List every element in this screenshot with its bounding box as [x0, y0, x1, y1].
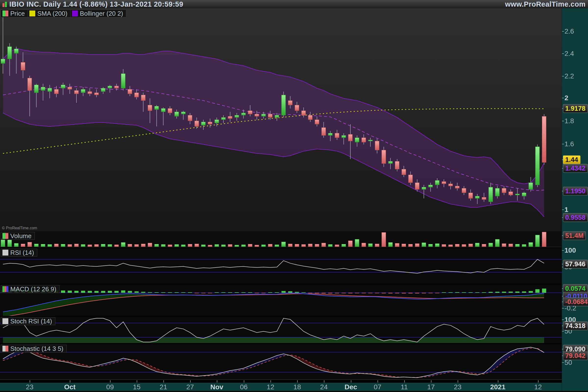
y-axis-tick: 2 — [564, 94, 568, 102]
price-axis-sidebar[interactable]: 2.62.42.221.81.6110050-0.210050501.91781… — [562, 0, 588, 392]
macd-histogram-bar — [455, 292, 460, 293]
y-axis-value-box: 74.318 — [563, 322, 588, 330]
title-bar: IBIO INC. Daily 1.44 (-8.86%) 13-Jan-202… — [0, 0, 588, 8]
stochastic-fill — [264, 358, 270, 363]
macd-histogram-bar — [515, 292, 520, 293]
macd-histogram-bar — [522, 292, 526, 293]
macd-histogram-bar — [262, 293, 266, 293]
macd-histogram-bar — [382, 293, 386, 293]
macd-histogram-bar — [342, 293, 346, 293]
macd-histogram-bar — [161, 292, 166, 293]
legend-item-sma-200-[interactable]: SMA (200) — [28, 10, 70, 18]
candle-down — [208, 122, 212, 124]
legend-item-bollinger-20-2-[interactable]: Bollinger (20 2) — [70, 10, 126, 18]
candle-down — [315, 120, 319, 124]
volume-bar — [134, 244, 139, 247]
macd-histogram-bar — [355, 293, 359, 293]
macd-histogram-bar — [148, 292, 152, 293]
volume-bar — [188, 244, 192, 247]
volume-bar — [275, 245, 279, 247]
candle-down — [74, 90, 78, 94]
stochastic-legend: Stochastic (14 3 5) — [1, 345, 66, 352]
volume-bar — [468, 244, 472, 247]
candle-up — [81, 90, 85, 93]
candle-down — [348, 134, 352, 141]
candle-down — [402, 169, 406, 175]
candle-down — [168, 108, 172, 113]
rsi-panel[interactable] — [0, 248, 562, 284]
macd-histogram-bar — [141, 292, 145, 293]
time-tick-mark — [164, 380, 164, 382]
copyright-watermark: © ProRealTime.com — [2, 226, 37, 230]
macd-histogram-bar — [395, 293, 399, 293]
macd-fill — [538, 294, 544, 298]
candle-up — [355, 138, 359, 142]
volume-bar — [74, 244, 78, 247]
volume-bar — [34, 244, 38, 247]
volume-bar — [335, 245, 339, 247]
axis-tick-mark — [562, 362, 564, 363]
volume-bar — [8, 240, 12, 247]
candle-down — [28, 78, 32, 90]
macd-histogram-bar — [181, 292, 186, 293]
time-axis-label: Dec — [344, 383, 357, 391]
volume-bar — [295, 244, 299, 247]
candle-up — [202, 122, 206, 126]
stoch-rsi-panel[interactable] — [0, 316, 562, 343]
volume-bar — [28, 242, 32, 247]
volume-legend: Volume — [1, 232, 34, 240]
volume-bar — [435, 244, 439, 247]
y-axis-value-box: 0.0574 — [563, 284, 588, 293]
rsi-legend: RSI (14) — [1, 249, 37, 256]
macd-histogram-bar — [282, 291, 286, 293]
legend-item-stoch-rsi-14-[interactable]: Stoch RSI (14) — [1, 317, 55, 325]
time-axis-label: Oct — [64, 383, 76, 391]
stochastic-fill — [143, 362, 150, 369]
axis-tick-mark — [562, 144, 564, 144]
legend-item-macd-12-26-9-[interactable]: MACD (12 26 9) — [1, 285, 60, 293]
stochastic-panel[interactable] — [0, 344, 562, 380]
volume-bar — [415, 244, 419, 247]
macd-histogram-bar — [542, 288, 546, 293]
candle-down — [21, 62, 25, 70]
candle-down — [335, 133, 339, 138]
candle-up — [175, 112, 179, 116]
volume-bar — [268, 244, 272, 247]
macd-histogram-bar — [435, 293, 439, 293]
volume-bar — [342, 244, 346, 247]
macd-histogram-bar — [194, 293, 199, 293]
stochastic-fill — [150, 366, 156, 372]
axis-tick-mark — [562, 98, 564, 98]
macd-histogram-bar — [101, 291, 105, 293]
macd-histogram-bar — [74, 291, 78, 293]
candle-down — [455, 186, 460, 188]
website-link[interactable]: www.ProRealTime.com — [505, 0, 586, 8]
macd-histogram-bar — [114, 291, 118, 293]
volume-bar — [168, 245, 172, 247]
candle-up — [241, 113, 246, 115]
candle-down — [54, 90, 58, 94]
legend-item-volume[interactable]: Volume — [1, 232, 35, 240]
price-chart-panel[interactable] — [0, 8, 562, 231]
candle-down — [395, 161, 399, 169]
candle-up — [121, 74, 125, 88]
volume-bar — [228, 244, 232, 247]
volume-bar — [315, 244, 319, 247]
legend-item-rsi-14-[interactable]: RSI (14) — [1, 249, 37, 256]
legend-item-stochastic-14-3-5-[interactable]: Stochastic (14 3 5) — [1, 345, 67, 352]
volume-panel[interactable] — [0, 231, 562, 248]
legend-item-price[interactable]: Price — [1, 10, 28, 18]
volume-bar — [368, 244, 372, 247]
candle-up — [108, 86, 112, 88]
y-axis-tick: 1.6 — [564, 140, 574, 148]
candle-down — [508, 192, 513, 195]
volume-bar — [395, 243, 399, 247]
time-axis[interactable]: 23Oct09152127Nov06121824Dec0711172320211… — [0, 380, 562, 392]
time-axis-label: 17 — [427, 383, 435, 391]
macd-panel[interactable] — [0, 284, 562, 316]
macd-histogram-bar — [375, 293, 379, 293]
macd-histogram-bar — [422, 293, 426, 293]
candle-down — [462, 188, 466, 193]
macd-histogram-bar — [94, 291, 98, 293]
prorealtime-window: IBIO INC. Daily 1.44 (-8.86%) 13-Jan-202… — [0, 0, 588, 392]
